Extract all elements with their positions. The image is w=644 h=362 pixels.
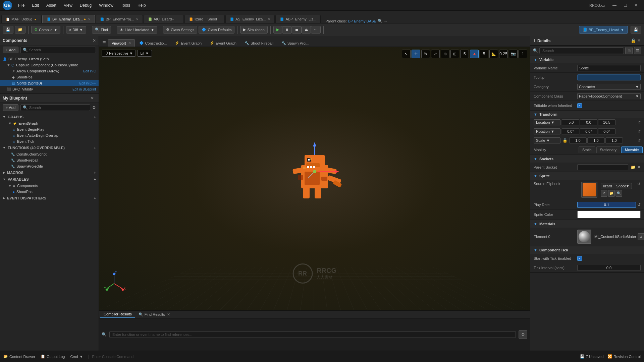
lit-button[interactable]: Lit ▼ (137, 50, 152, 57)
materials-section-header[interactable]: ▼ Materials (530, 220, 644, 228)
sprite-color-swatch[interactable] (577, 211, 641, 218)
tooltip-input[interactable] (577, 74, 641, 80)
blueprint-dropdown[interactable]: 📘 BP_Enemy_Lizard ▼ (579, 26, 628, 34)
parent-socket-browse-icon[interactable]: 📁 (631, 165, 636, 170)
vp-tab-event-graph[interactable]: ⚡ Event Graph (171, 39, 205, 47)
eject-button[interactable]: ⏏ (302, 26, 311, 34)
stop-button[interactable]: ⏹ (292, 26, 302, 34)
dispatchers-add-icon[interactable]: + (94, 196, 96, 200)
find-results-tab[interactable]: 🔍 Find Results ✕ (135, 311, 173, 318)
camera-speed-button[interactable]: 📷 (509, 50, 518, 58)
angle-snap-number[interactable]: 5 (480, 50, 488, 58)
bp-close-button[interactable]: ✕ (91, 96, 94, 101)
menu-window[interactable]: Window (96, 2, 117, 9)
component-tick-header[interactable]: ▼ Component Tick (530, 246, 644, 254)
scale-z-input[interactable] (605, 137, 623, 143)
bp-var-components[interactable]: ▼ ◆ Components (0, 183, 99, 189)
angle-snap-button[interactable]: 🔺 (470, 50, 479, 58)
content-drawer-button[interactable]: 📂 Content Drawer (3, 354, 35, 359)
find-results-close[interactable]: ✕ (167, 312, 170, 317)
transform-all-tool[interactable]: ⊕ (441, 50, 449, 58)
add-bp-button[interactable]: + Add (3, 104, 18, 111)
grid-number[interactable]: 5 (460, 50, 469, 58)
viewport[interactable]: ⬡ Perspective ▼ Lit ▼ ↖ ✛ ↻ ⤢ ⊕ ⊞ 5 (99, 47, 530, 310)
location-z-input[interactable] (598, 119, 615, 125)
play-rate-input[interactable] (577, 202, 636, 208)
cmd-button[interactable]: Cmd ▼ (70, 355, 83, 359)
save-button[interactable]: 💾 (3, 26, 13, 34)
location-dropdown[interactable]: Location ▼ (534, 119, 560, 125)
tab-proj-close[interactable]: ✕ (136, 17, 139, 21)
tab-as-enemy[interactable]: 📘 AS_Enemy_Liza... ✕ (225, 15, 275, 23)
menu-asset[interactable]: Asset (43, 2, 60, 9)
rotation-dropdown[interactable]: Rotation ▼ (534, 128, 560, 134)
flipbook-find-button[interactable]: 🔍 (615, 190, 622, 197)
class-defaults-button[interactable]: 🔷 Class Defaults (199, 26, 234, 34)
details-search-input[interactable] (539, 47, 624, 54)
bp-event-tick[interactable]: ◇ Event Tick (0, 138, 99, 144)
mobility-static-button[interactable]: Static (579, 146, 595, 153)
scale-y-input[interactable] (587, 137, 605, 143)
tick-interval-input[interactable] (577, 265, 641, 271)
transform-section-header[interactable]: ▼ Transform (530, 111, 644, 118)
variables-section-header[interactable]: ▼ VARIABLES + (0, 176, 99, 183)
bp-event-graph-root[interactable]: ▼ ⚡ EventGraph (0, 120, 99, 126)
flipbook-reset-button[interactable]: ↺ (601, 190, 607, 197)
tab-bp-enemy-proj[interactable]: 📘 BP_EnemyProj... ✕ (96, 15, 143, 23)
bp-spawn-projectile[interactable]: 🔧 SpawnProjectile (0, 163, 99, 169)
tab-bp-enemy-liza[interactable]: 📘 BP_Enemy_Liza... ● ✕ (42, 15, 95, 23)
unsaved-button[interactable]: 💾 7 Unsaved (580, 354, 604, 359)
output-log-button[interactable]: 📋 Output Log (41, 354, 65, 359)
functions-add-icon[interactable]: + (94, 146, 96, 150)
tree-item-sprite[interactable]: 🖼 Sprite (Sprite0) Edit in C++ (0, 80, 99, 86)
details-list-view-icon[interactable]: ☰ (634, 47, 641, 54)
parent-socket-input[interactable] (577, 164, 628, 170)
vp-tab-spawn-proj[interactable]: 🔧 Spawn Proj... (278, 39, 313, 47)
flipbook-dropdown[interactable]: lizard__Shoot ▼ (601, 183, 632, 189)
play-button[interactable]: ▶ (273, 26, 282, 34)
scale-tool[interactable]: ⤢ (431, 50, 440, 58)
simulation-button[interactable]: ▶ Simulation (240, 26, 267, 34)
tree-item-shootpos[interactable]: ◆ ShootPos (0, 74, 99, 80)
flipbook-browse-button[interactable]: 📁 (608, 190, 615, 197)
viewport-menu-icon[interactable]: ☰ (100, 39, 108, 47)
translate-tool[interactable]: ✛ (412, 50, 420, 58)
more-play-options[interactable]: ⋯ (311, 26, 321, 34)
flipbook-reset-icon[interactable]: ↺ (637, 182, 641, 186)
scale-value[interactable]: 0.25 (499, 50, 508, 58)
parent-class-search-icon[interactable]: 🔍 (378, 19, 382, 23)
bp-search-input[interactable] (29, 106, 88, 110)
pause-button[interactable]: ⏸ (282, 26, 292, 34)
tab-map-debug[interactable]: 📋 MAP_Debug ● (1, 15, 42, 23)
tab-bp-close[interactable]: ✕ (88, 17, 91, 21)
location-y-input[interactable] (580, 119, 597, 125)
tree-item-bp-self[interactable]: 👤 BP_Enemy_Lizard (Self) (0, 56, 99, 62)
scale-reset-button[interactable]: ↺ (638, 138, 641, 143)
diff-button[interactable]: ≠ Diff ▼ (66, 26, 86, 34)
arrow-action[interactable]: Edit in C (83, 69, 96, 73)
menu-edit[interactable]: Edit (29, 2, 42, 9)
find-button[interactable]: 🔍 Find (92, 26, 111, 34)
class-settings-button[interactable]: ⚙ Class Settings (163, 26, 197, 34)
rotation-x-input[interactable] (562, 128, 579, 134)
parent-socket-clear-icon[interactable]: ✕ (637, 165, 641, 170)
macros-add-icon[interactable]: + (94, 171, 96, 175)
browse-button[interactable]: 📁 (15, 26, 25, 34)
tree-item-arrow[interactable]: ↗ Arrow Component (Arrow) Edit in C (0, 68, 99, 74)
bp-event-actoroverlap[interactable]: ◇ Event ActorBeginOverlap (0, 132, 99, 138)
minimize-button[interactable]: — (609, 1, 620, 10)
tree-item-bpc-vitality[interactable]: ⬛ BPC_Vitality Edit in Blueprint (0, 86, 99, 92)
bp-settings-icon[interactable]: ⚙ (92, 105, 96, 110)
variables-add-icon[interactable]: + (94, 177, 96, 181)
blueprint-save-icon[interactable]: 💾 (631, 26, 641, 34)
start-tick-checkbox[interactable]: ✓ (577, 256, 582, 261)
compiler-results-tab[interactable]: Compiler Results (100, 311, 135, 318)
material-reset-button[interactable]: ↺ (638, 233, 644, 240)
bp-event-beginplay[interactable]: ◇ Event BeginPlay (0, 126, 99, 132)
graphs-section-header[interactable]: ▼ GRAPHS + (0, 114, 99, 120)
bp-shoot-fireball[interactable]: 🔧 ShootFireball (0, 157, 99, 163)
macros-section-header[interactable]: ▶ MACROS + (0, 169, 99, 176)
category-dropdown[interactable]: Character ▼ (577, 84, 641, 90)
close-button[interactable]: ✕ (631, 1, 641, 10)
bp-construction-script[interactable]: 🔧 ConstructionScript (0, 151, 99, 157)
